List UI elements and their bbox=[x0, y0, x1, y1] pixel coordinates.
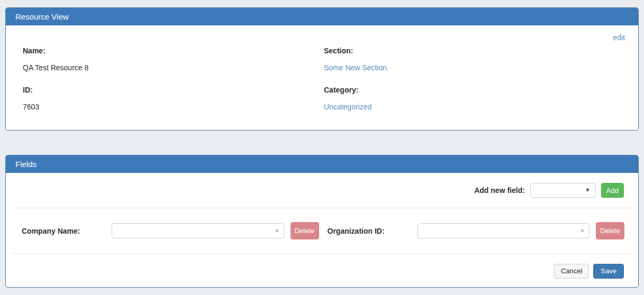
category-link[interactable]: Uncategorized bbox=[324, 103, 371, 111]
delete-organization-id-button[interactable]: Delete bbox=[596, 222, 624, 239]
resource-details-left-column: Name: QA Test Resource 8 ID: 7603 bbox=[23, 47, 324, 125]
chevron-down-icon: ▼ bbox=[585, 187, 591, 193]
fields-panel: Fields Add new field: ▼ Add Company Name… bbox=[5, 155, 639, 288]
fields-header: Fields bbox=[6, 155, 638, 173]
add-button[interactable]: Add bbox=[601, 183, 624, 198]
organization-id-input[interactable] bbox=[418, 223, 590, 238]
add-new-field-label: Add new field: bbox=[474, 186, 525, 195]
section-label: Section: bbox=[324, 47, 625, 55]
organization-id-label: Organization ID: bbox=[328, 227, 418, 235]
clear-icon[interactable]: × bbox=[580, 228, 584, 234]
name-label: Name: bbox=[23, 47, 324, 55]
organization-id-field-group: Organization ID: × Delete bbox=[328, 222, 625, 239]
resource-view-body: edit Name: QA Test Resource 8 ID: 7603 S… bbox=[6, 25, 638, 131]
resource-details: Name: QA Test Resource 8 ID: 7603 Sectio… bbox=[23, 47, 625, 125]
save-button[interactable]: Save bbox=[593, 264, 624, 279]
add-field-row: Add new field: ▼ Add bbox=[6, 173, 638, 208]
actions-row: Cancel Save bbox=[6, 254, 638, 288]
fields-body: Add new field: ▼ Add Company Name: × Del… bbox=[6, 173, 638, 288]
fields-title: Fields bbox=[15, 160, 37, 169]
field-values-row: Company Name: × Delete Organization ID: … bbox=[6, 208, 638, 253]
company-name-label: Company Name: bbox=[22, 227, 112, 235]
delete-company-name-button[interactable]: Delete bbox=[291, 222, 319, 239]
resource-view-header: Resource View bbox=[6, 8, 638, 25]
company-name-field-group: Company Name: × Delete bbox=[22, 222, 319, 239]
cancel-button[interactable]: Cancel bbox=[554, 264, 589, 279]
field-select[interactable]: ▼ bbox=[530, 183, 596, 198]
edit-row: edit bbox=[23, 33, 625, 42]
company-name-input[interactable] bbox=[112, 223, 284, 238]
page: Resource View edit Name: QA Test Resourc… bbox=[0, 0, 644, 295]
category-label: Category: bbox=[324, 86, 625, 94]
id-value: 7603 bbox=[23, 103, 324, 111]
organization-id-input-wrap: × bbox=[418, 223, 590, 238]
company-name-input-wrap: × bbox=[112, 223, 284, 238]
resource-view-panel: Resource View edit Name: QA Test Resourc… bbox=[5, 7, 639, 131]
resource-view-title: Resource View bbox=[15, 12, 69, 21]
name-value: QA Test Resource 8 bbox=[23, 63, 324, 72]
id-label: ID: bbox=[23, 86, 324, 94]
section-link[interactable]: Some New Section bbox=[324, 63, 387, 72]
clear-icon[interactable]: × bbox=[275, 228, 278, 234]
resource-details-right-column: Section: Some New Section Category: Unca… bbox=[324, 47, 625, 125]
edit-link[interactable]: edit bbox=[613, 33, 625, 42]
